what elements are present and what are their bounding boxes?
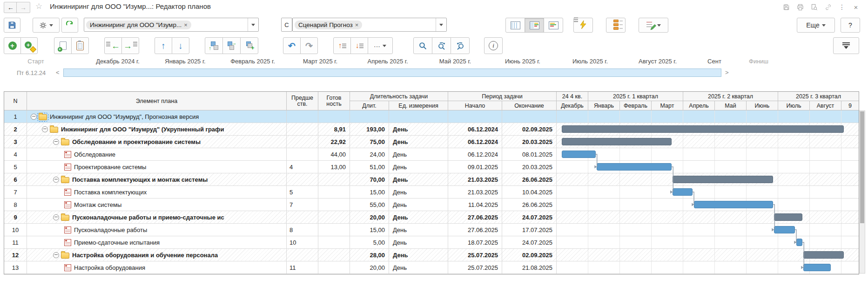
gantt-cell[interactable]: [557, 186, 859, 198]
plan-element-cell[interactable]: Монтаж системы: [27, 199, 287, 211]
unit-cell[interactable]: День: [389, 211, 448, 223]
plan-element-cell[interactable]: Поставка комплектующих: [27, 186, 287, 198]
end-date-cell[interactable]: 02.09.2025: [502, 123, 557, 135]
plan-row[interactable]: 6Поставка комплектующих и монтаж системы…: [4, 173, 859, 186]
plan-element-cell[interactable]: Проектирование системы: [27, 161, 287, 173]
readiness-cell[interactable]: 8,91: [318, 123, 350, 135]
add-child-button[interactable]: +: [20, 37, 38, 54]
info-button[interactable]: i: [484, 37, 503, 54]
duration-cell[interactable]: 20,00: [350, 261, 389, 274]
unit-cell[interactable]: День: [389, 148, 448, 160]
gantt-summary-bar[interactable]: [673, 176, 773, 183]
predecessor-cell[interactable]: [287, 123, 318, 135]
more-button[interactable]: Еще: [797, 18, 835, 33]
unit-cell[interactable]: День: [389, 136, 448, 148]
plan-row[interactable]: 5Проектирование системы413,0051,00День09…: [4, 161, 859, 173]
gantt-task-bar[interactable]: [803, 264, 831, 271]
recalculate-button[interactable]: [573, 18, 593, 33]
end-date-cell[interactable]: 08.01.2025: [502, 148, 557, 160]
edit-button[interactable]: [639, 18, 668, 33]
collapse-expander-icon[interactable]: [31, 114, 37, 120]
end-date-cell[interactable]: 26.06.2025: [502, 199, 557, 211]
gantt-cell[interactable]: [557, 148, 859, 160]
end-date-cell[interactable]: [502, 110, 557, 123]
more-menu-kebab-icon[interactable]: ⋮: [838, 3, 846, 11]
duration-cell[interactable]: 24,00: [350, 148, 389, 160]
gantt-summary-bar[interactable]: [562, 138, 672, 145]
link-icon[interactable]: [824, 3, 832, 11]
end-date-cell[interactable]: 26.06.2025: [502, 173, 557, 185]
column-header-readiness[interactable]: Готов ность: [318, 92, 350, 110]
plan-element-cell[interactable]: Приемо-сдаточные испытания: [27, 236, 287, 248]
predecessor-cell[interactable]: 8: [287, 224, 318, 236]
gantt-vertical-scrollbar[interactable]: [859, 110, 865, 274]
predecessor-cell[interactable]: [287, 148, 318, 160]
predecessor-cell[interactable]: 5: [287, 186, 318, 198]
start-date-cell[interactable]: 27.06.2025: [448, 224, 502, 236]
predecessor-cell[interactable]: 4: [287, 161, 318, 173]
start-date-cell[interactable]: 06.12.2024: [448, 136, 502, 148]
plan-element-cell[interactable]: Обследование и проектирование системы: [27, 136, 287, 148]
start-date-cell[interactable]: 06.12.2024: [448, 148, 502, 160]
gantt-task-bar[interactable]: [796, 239, 802, 246]
duration-cell[interactable]: [350, 110, 389, 123]
start-date-cell[interactable]: 09.01.2025: [448, 161, 502, 173]
collapse-expander-icon[interactable]: [53, 177, 59, 183]
gantt-summary-bar[interactable]: [562, 125, 844, 133]
end-date-cell[interactable]: 02.09.2025: [502, 249, 557, 261]
plan-element-cell[interactable]: Настройка оборудования и обучение персон…: [27, 249, 287, 261]
column-header-unit[interactable]: Ед. измерения: [389, 101, 448, 110]
plan-row[interactable]: 10Пусконаладочные работы815,00День27.06.…: [4, 224, 859, 236]
search-button[interactable]: [413, 37, 432, 54]
plan-dropdown-button[interactable]: [248, 18, 258, 31]
plan-row[interactable]: 7Поставка комплектующих515,00День21.03.2…: [4, 186, 859, 199]
gantt-cell[interactable]: [557, 199, 859, 211]
gantt-cell[interactable]: [557, 249, 859, 261]
plan-row[interactable]: 13Настройка оборудования1120,00День25.07…: [4, 261, 859, 274]
readiness-cell[interactable]: [318, 173, 350, 185]
save-button[interactable]: [4, 18, 20, 33]
unit-cell[interactable]: День: [389, 173, 448, 185]
column-header-period-group[interactable]: Период задачи: [448, 92, 557, 101]
duration-cell[interactable]: 28,00: [350, 249, 389, 261]
plan-row[interactable]: 9Пусконаладочные работы и приемо-сдаточн…: [4, 211, 859, 224]
duration-cell[interactable]: 5,00: [350, 236, 389, 248]
start-date-cell[interactable]: 25.07.2025: [448, 261, 502, 274]
gantt-task-bar[interactable]: [562, 151, 596, 158]
unit-cell[interactable]: [389, 110, 448, 123]
start-date-cell[interactable]: 11.04.2025: [448, 199, 502, 211]
collapse-expander-icon[interactable]: [53, 252, 59, 258]
duration-cell[interactable]: 75,00: [350, 136, 389, 148]
unit-cell[interactable]: День: [389, 123, 448, 135]
duration-cell[interactable]: 20,00: [350, 211, 389, 223]
start-date-cell[interactable]: 21.03.2025: [448, 186, 502, 198]
structure-button[interactable]: [606, 18, 626, 33]
paste-button[interactable]: [71, 37, 89, 54]
column-header-n[interactable]: N: [4, 92, 27, 110]
gantt-task-bar[interactable]: [597, 163, 672, 171]
end-date-cell[interactable]: 17.07.2025: [502, 224, 557, 236]
plan-row[interactable]: 2Инжиниринг для ООО "Изумруд" (Укрупненн…: [4, 123, 859, 136]
plan-element-cell[interactable]: Пусконаладочные работы: [27, 224, 287, 236]
plan-element-cell[interactable]: Поставка комплектующих и монтаж системы: [27, 173, 287, 185]
scenario-input[interactable]: Сценарий Прогноз×: [292, 18, 447, 32]
plan-element-cell[interactable]: Настройка оборудования: [27, 261, 287, 274]
view-table-button[interactable]: [505, 18, 525, 33]
start-date-cell[interactable]: 25.07.2025: [448, 249, 502, 261]
readiness-cell[interactable]: [318, 236, 350, 248]
duration-cell[interactable]: 193,00: [350, 123, 389, 135]
predecessor-cell[interactable]: 10: [287, 236, 318, 248]
gantt-cell[interactable]: [557, 173, 859, 185]
start-date-cell[interactable]: 21.03.2025: [448, 173, 502, 185]
end-date-cell[interactable]: 20.03.2025: [502, 161, 557, 173]
view-gantt-button[interactable]: [544, 18, 563, 33]
redo-button[interactable]: ↷: [300, 37, 318, 54]
readiness-cell[interactable]: [318, 186, 350, 198]
column-header-element[interactable]: Элемент плана: [27, 92, 287, 110]
predecessor-cell[interactable]: 11: [287, 261, 318, 274]
move-level-up-button[interactable]: ↑: [205, 37, 223, 54]
forward-button[interactable]: →: [16, 2, 30, 13]
search-next-button[interactable]: [432, 37, 451, 54]
undo-button[interactable]: ↶: [283, 37, 301, 54]
move-level-down-button[interactable]: →: [222, 37, 241, 54]
